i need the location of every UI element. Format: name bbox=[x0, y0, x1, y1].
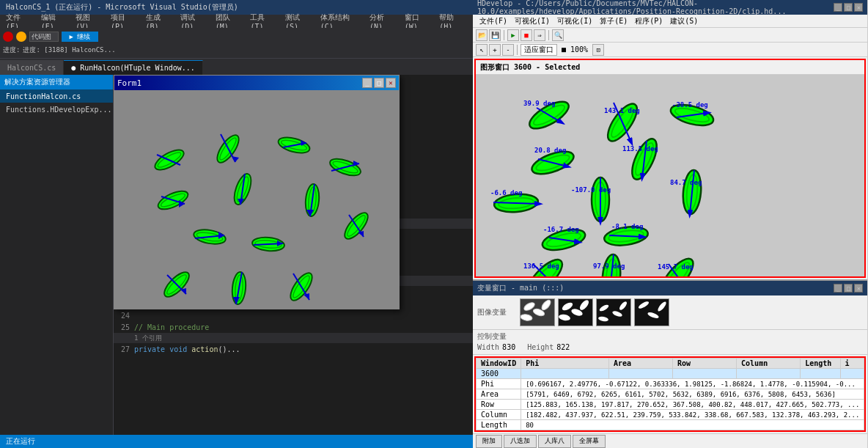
tab-fullscreen[interactable]: 全屏幕 bbox=[573, 435, 606, 448]
hd-zoom-dropdown[interactable]: 适应窗口 bbox=[521, 44, 557, 56]
table-header-row: WindowID Phi Area Row Column Length i bbox=[477, 359, 864, 369]
form1-maximize[interactable]: □ bbox=[374, 78, 384, 88]
label-i: i bbox=[477, 430, 521, 433]
data-length: 80 bbox=[521, 420, 864, 430]
line-num-27: 27 bbox=[114, 345, 134, 353]
svg-marker-6 bbox=[232, 156, 239, 162]
col-windowid: WindowID bbox=[477, 359, 521, 369]
variables-content: 图像变量 bbox=[473, 295, 867, 448]
label-length: Length bbox=[477, 420, 521, 430]
image-window-header: 图形窗口 3600 - Selected bbox=[476, 60, 864, 75]
table-row-length: Length 80 bbox=[477, 420, 864, 430]
vs-menu-bar: 文件(F) 编辑(E) 视图(V) 项目(P) 生成(B) 调试(D) 团队(M… bbox=[0, 15, 473, 28]
val-row bbox=[672, 369, 736, 379]
hd-menu-vis2[interactable]: 可视化(I) bbox=[553, 16, 596, 26]
image-window-title: 图形窗口 3600 - Selected bbox=[480, 62, 580, 73]
col-row: Row bbox=[672, 359, 736, 369]
hd-btn-open[interactable]: 📂 bbox=[476, 29, 488, 41]
hd-zoom-percent: ■ 100% bbox=[559, 45, 591, 54]
thumbnail-4[interactable] bbox=[634, 298, 669, 326]
image-vars-label: 图像变量 bbox=[477, 307, 514, 317]
hd-menu-prog[interactable]: 程序(P) bbox=[631, 16, 666, 26]
hd-menu-op[interactable]: 算子(E) bbox=[596, 16, 631, 26]
data-table-container: WindowID Phi Area Row Column Length i bbox=[474, 356, 866, 432]
hdevelop-close[interactable]: ✕ bbox=[854, 3, 863, 12]
control-vars-label: 控制变量 bbox=[477, 331, 863, 342]
tab-runhalcon[interactable]: ● RunHalcon(HTuple Window... bbox=[64, 60, 203, 75]
form1-title-bar: Form1 _ □ ✕ bbox=[114, 76, 399, 90]
table-row-area: Area [5791, 6469, 6792, 6265, 6161, 5702… bbox=[477, 389, 864, 400]
hd-btn-stop[interactable]: ■ bbox=[521, 29, 532, 41]
thumbnail-3[interactable] bbox=[596, 298, 631, 326]
form1-controls[interactable]: _ □ ✕ bbox=[362, 78, 396, 88]
height-label: Height bbox=[527, 343, 553, 351]
label-847: 84.7 deg bbox=[670, 179, 702, 186]
val-phi bbox=[521, 369, 609, 379]
hd-btn-step[interactable]: ⇒ bbox=[534, 29, 545, 41]
hd-btn-zoom[interactable]: 🔍 bbox=[552, 29, 564, 41]
table-row-i: i 13 bbox=[477, 430, 864, 433]
table-row-column: Column [182.482, 437.937, 622.51, 239.75… bbox=[477, 410, 864, 420]
hd-btn-zoom-out[interactable]: - bbox=[502, 44, 514, 56]
label-column: Column bbox=[477, 410, 521, 420]
var-maximize[interactable]: □ bbox=[844, 284, 853, 293]
hdevelop-menu-bar: 文件(F) 可视化(I) 可视化(I) 算子(E) 程序(P) 建议(S) bbox=[473, 15, 867, 28]
form1-window[interactable]: Form1 _ □ ✕ bbox=[114, 75, 400, 309]
data-column: [182.482, 437.937, 622.51, 239.759, 533.… bbox=[521, 410, 864, 420]
code-comment-25: // Main procedure bbox=[134, 323, 209, 331]
label-neg66: -6.6 deg bbox=[490, 189, 522, 197]
hd-menu-vis[interactable]: 可视化(I) bbox=[511, 16, 553, 26]
hd-menu-sug[interactable]: 建议(S) bbox=[666, 16, 702, 26]
form1-title: Form1 bbox=[117, 78, 141, 88]
line-num-25: 25 bbox=[114, 323, 134, 331]
vs-status-bar: 正在运行 bbox=[0, 435, 473, 448]
hdevelop-minimize[interactable]: _ bbox=[834, 3, 842, 12]
label-neg38: -38.5 deg bbox=[672, 101, 708, 109]
var-close[interactable]: ✕ bbox=[854, 284, 863, 293]
hd-menu-file[interactable]: 文件(F) bbox=[476, 16, 511, 26]
hdevelop-maximize[interactable]: □ bbox=[844, 3, 853, 12]
tab-attach[interactable]: 附加 bbox=[476, 435, 502, 448]
hdevelop-toolbar2: ↖ + - 适应窗口 ■ 100% ⊡ bbox=[473, 43, 867, 57]
form1-close[interactable]: ✕ bbox=[386, 78, 396, 88]
tab-halconcs[interactable]: HalconCS.cs bbox=[0, 60, 64, 75]
code-ref3: 1 个引用 bbox=[134, 334, 162, 343]
sidebar-item-functionhalcon[interactable]: FunctionHalcon.cs bbox=[0, 89, 113, 103]
table-row-windowid: 3600 bbox=[477, 369, 864, 379]
thumbnail-row bbox=[520, 298, 669, 326]
col-phi: Phi bbox=[521, 359, 609, 369]
vs-toolbar: 代码图 ▶ 继续 进度: 进度: [3188] HalconCS... bbox=[0, 28, 473, 59]
sidebar-item-functions[interactable]: Functions.HDevelopExp... bbox=[0, 103, 113, 116]
val-length bbox=[801, 369, 840, 379]
image-svg: 39.9 deg 143.1 deg -38.5 deg 20.8 d bbox=[476, 75, 864, 278]
hdevelop-title-controls[interactable]: _ □ ✕ bbox=[834, 3, 863, 12]
label-rowdata: Row bbox=[477, 400, 521, 410]
hdevelop-toolbar1: 📂 💾 ▶ ■ ⇒ 🔍 bbox=[473, 28, 867, 43]
hd-btn-save[interactable]: 💾 bbox=[489, 29, 501, 41]
hd-btn-zoom-in[interactable]: + bbox=[489, 44, 501, 56]
var-window-controls[interactable]: _ □ ✕ bbox=[834, 284, 863, 293]
col-i: i bbox=[840, 359, 864, 369]
hdevelop-title-bar: HDevelop - C:/Users/Public/Documents/MVT… bbox=[473, 0, 867, 15]
table-row-phi: Phi [0.696167, 2.49776, -0.67122, 0.3633… bbox=[477, 379, 864, 389]
variables-section: 变量窗口 - main (:::) _ □ ✕ 图像变量 bbox=[473, 279, 867, 448]
tab-overlay[interactable]: 八迭加 bbox=[504, 435, 537, 448]
table-row-rowdata: Row [125.883, 165.138, 197.817, 270.652,… bbox=[477, 400, 864, 410]
thumbnail-1[interactable] bbox=[520, 298, 555, 326]
hd-btn-run[interactable]: ▶ bbox=[507, 29, 519, 41]
solution-header: 解决方案资源管理器 bbox=[0, 75, 113, 89]
thumbnail-2[interactable] bbox=[558, 298, 593, 326]
hd-btn-fit[interactable]: ⊡ bbox=[592, 44, 604, 56]
editor-area: 解决方案资源管理器 FunctionHalcon.cs Functions.HD… bbox=[0, 75, 473, 435]
label-979: 97.9 deg bbox=[593, 262, 625, 270]
image-display-area: 图形窗口 3600 - Selected 39.9 deg bbox=[474, 59, 866, 278]
col-column: Column bbox=[737, 359, 801, 369]
label-39: 39.9 deg bbox=[523, 100, 555, 107]
hd-btn-cursor[interactable]: ↖ bbox=[476, 44, 488, 56]
form1-minimize[interactable]: _ bbox=[362, 78, 372, 88]
progress-text: 进度: [3188] HalconCS... bbox=[23, 45, 115, 55]
label-1457: 145.7 deg bbox=[658, 263, 694, 271]
var-minimize[interactable]: _ bbox=[834, 284, 842, 293]
tab-library[interactable]: 人库八 bbox=[538, 435, 571, 448]
vs-status-text: 正在运行 bbox=[6, 436, 35, 447]
